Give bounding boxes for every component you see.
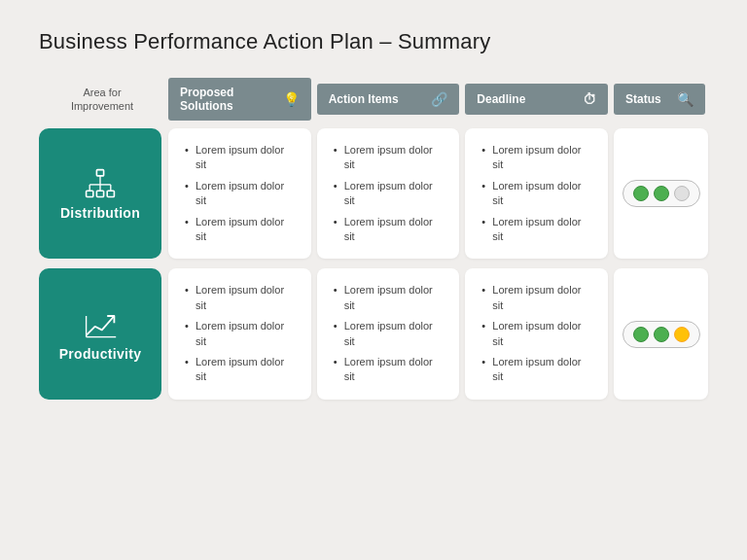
clock-icon: ⏱ — [583, 91, 596, 107]
deadline-label: Deadline — [477, 92, 525, 106]
list-item: Lorem ipsum dolor sit — [479, 352, 594, 388]
distribution-action-list: Lorem ipsum dolor sitLorem ipsum dolor s… — [331, 140, 446, 247]
distribution-status — [614, 128, 708, 259]
svg-rect-1 — [87, 191, 93, 196]
list-item: Lorem ipsum dolor sit — [479, 212, 594, 248]
link-icon: 🔗 — [431, 91, 447, 107]
bulb-icon: 💡 — [283, 91, 300, 107]
distribution-label-cell: Distribution — [39, 128, 161, 259]
header-deadline: Deadline ⏱ — [465, 84, 608, 115]
status-label: Status — [625, 92, 661, 106]
header-action-items: Action Items 🔗 — [317, 84, 460, 115]
list-item: Lorem ipsum dolor sit — [182, 352, 298, 388]
svg-rect-3 — [107, 191, 114, 196]
productivity-traffic-light — [622, 321, 700, 348]
proposed-solutions-label: Proposed Solutions — [180, 86, 283, 113]
row-productivity: Productivity Lorem ipsum dolor sitLorem … — [39, 268, 708, 399]
header-status: Status 🔍 — [614, 84, 705, 115]
row-distribution: Distribution Lorem ipsum dolor sitLorem … — [39, 128, 708, 259]
distribution-proposed-list: Lorem ipsum dolor sitLorem ipsum dolor s… — [182, 140, 298, 247]
header-proposed-solutions: Proposed Solutions 💡 — [168, 78, 311, 121]
list-item: Lorem ipsum dolor sit — [479, 176, 594, 212]
svg-rect-2 — [96, 191, 103, 196]
list-item: Lorem ipsum dolor sit — [182, 140, 298, 176]
productivity-proposed-list: Lorem ipsum dolor sitLorem ipsum dolor s… — [182, 280, 298, 387]
light-grey-1 — [674, 186, 690, 201]
table-wrapper: Area for Improvement Proposed Solutions … — [39, 78, 708, 400]
list-item: Lorem ipsum dolor sit — [331, 316, 446, 352]
productivity-action-list: Lorem ipsum dolor sitLorem ipsum dolor s… — [331, 280, 446, 387]
list-item: Lorem ipsum dolor sit — [331, 212, 446, 248]
action-items-label: Action Items — [329, 92, 399, 106]
light-green-1 — [633, 186, 649, 201]
productivity-proposed-solutions: Lorem ipsum dolor sitLorem ipsum dolor s… — [168, 268, 311, 399]
distribution-text: Distribution — [60, 205, 140, 221]
distribution-traffic-light — [622, 180, 700, 207]
page-container: Business Performance Action Plan – Summa… — [0, 0, 747, 560]
distribution-icon — [83, 166, 118, 205]
productivity-label-cell: Productivity — [39, 268, 161, 399]
list-item: Lorem ipsum dolor sit — [479, 140, 594, 176]
productivity-text: Productivity — [59, 346, 142, 362]
productivity-deadline: Lorem ipsum dolor sitLorem ipsum dolor s… — [465, 268, 608, 399]
distribution-deadline-list: Lorem ipsum dolor sitLorem ipsum dolor s… — [479, 140, 594, 247]
list-item: Lorem ipsum dolor sit — [331, 280, 446, 316]
distribution-proposed-solutions: Lorem ipsum dolor sitLorem ipsum dolor s… — [168, 128, 311, 259]
list-item: Lorem ipsum dolor sit — [331, 140, 446, 176]
list-item: Lorem ipsum dolor sit — [479, 280, 594, 316]
search-icon: 🔍 — [677, 91, 694, 107]
list-item: Lorem ipsum dolor sit — [331, 352, 446, 388]
light-green-4 — [654, 327, 669, 342]
page-title: Business Performance Action Plan – Summa… — [39, 29, 708, 54]
list-item: Lorem ipsum dolor sit — [182, 316, 298, 352]
light-green-2 — [654, 186, 669, 201]
productivity-status — [614, 268, 708, 399]
list-item: Lorem ipsum dolor sit — [182, 176, 298, 212]
productivity-icon — [83, 307, 118, 346]
svg-rect-0 — [96, 170, 103, 176]
area-improvement-label: Area for Improvement — [39, 86, 165, 114]
productivity-action-items: Lorem ipsum dolor sitLorem ipsum dolor s… — [317, 268, 460, 399]
list-item: Lorem ipsum dolor sit — [182, 280, 298, 316]
list-item: Lorem ipsum dolor sit — [479, 316, 594, 352]
light-amber-1 — [674, 327, 690, 342]
productivity-deadline-list: Lorem ipsum dolor sitLorem ipsum dolor s… — [479, 280, 594, 387]
light-green-3 — [633, 327, 649, 342]
distribution-action-items: Lorem ipsum dolor sitLorem ipsum dolor s… — [317, 128, 460, 259]
list-item: Lorem ipsum dolor sit — [331, 176, 446, 212]
table-header: Area for Improvement Proposed Solutions … — [39, 78, 708, 121]
distribution-deadline: Lorem ipsum dolor sitLorem ipsum dolor s… — [465, 128, 608, 259]
list-item: Lorem ipsum dolor sit — [182, 212, 298, 248]
